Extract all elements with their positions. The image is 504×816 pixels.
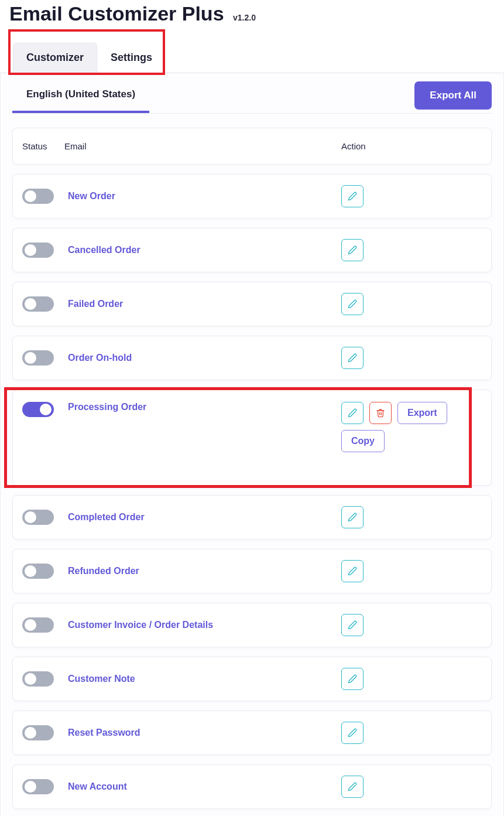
action-group	[341, 185, 482, 207]
status-toggle[interactable]	[22, 243, 54, 258]
action-group	[341, 293, 482, 315]
trash-icon	[376, 408, 385, 418]
email-name-link[interactable]: Completed Order	[64, 512, 145, 522]
edit-button[interactable]	[341, 185, 364, 207]
action-group	[341, 668, 482, 690]
edit-button[interactable]	[341, 506, 364, 528]
status-toggle[interactable]	[22, 725, 54, 740]
toggle-knob	[25, 619, 36, 631]
list-header: Status Email Action	[12, 128, 492, 165]
col-header-status: Status	[22, 141, 64, 151]
col-header-action: Action	[341, 141, 482, 151]
status-toggle[interactable]	[22, 510, 54, 525]
email-row: New Account	[12, 764, 492, 809]
edit-button[interactable]	[341, 668, 364, 690]
pencil-icon	[348, 513, 357, 522]
status-toggle[interactable]	[22, 189, 54, 204]
edit-button[interactable]	[341, 347, 364, 369]
email-row: Cancelled Order	[12, 228, 492, 272]
main-tabs: Customizer Settings	[0, 38, 504, 73]
tab-settings[interactable]: Settings	[97, 43, 166, 73]
email-row: Failed Order	[12, 282, 492, 326]
email-name-link[interactable]: Reset Password	[64, 728, 140, 738]
pencil-icon	[348, 192, 357, 201]
language-row: English (United States) Export All	[12, 73, 492, 113]
email-name-link[interactable]: Refunded Order	[64, 566, 139, 576]
status-toggle[interactable]	[22, 779, 54, 794]
language-tab[interactable]: English (United States)	[12, 78, 149, 113]
version-text: v1.2.0	[233, 13, 256, 22]
action-group	[341, 239, 482, 261]
toggle-knob	[25, 244, 36, 256]
edit-button[interactable]	[341, 402, 364, 424]
pencil-icon	[348, 782, 357, 791]
email-row: Reset Password	[12, 711, 492, 755]
page-title: Email Customizer Plus v1.2.0	[0, 0, 504, 30]
edit-button[interactable]	[341, 560, 364, 582]
email-row: Order On-hold	[12, 336, 492, 380]
email-name-link[interactable]: New Order	[64, 191, 115, 201]
content-panel: English (United States) Export All Statu…	[0, 73, 504, 816]
email-list: Status Email Action New OrderCancelled O…	[12, 128, 492, 816]
email-row: Customer Invoice / Order Details	[12, 603, 492, 647]
row-copy-button[interactable]: Copy	[341, 430, 385, 452]
email-name-link[interactable]: Processing Order	[64, 402, 146, 412]
email-name-link[interactable]: Cancelled Order	[64, 245, 140, 255]
email-name-link[interactable]: Failed Order	[64, 299, 123, 309]
divider	[12, 113, 492, 114]
toggle-knob	[25, 781, 36, 793]
email-row: New Order	[12, 174, 492, 218]
pencil-icon	[348, 620, 357, 630]
pencil-icon	[348, 245, 357, 255]
toggle-knob	[25, 298, 36, 310]
status-toggle[interactable]	[22, 350, 54, 366]
edit-button[interactable]	[341, 614, 364, 636]
edit-button[interactable]	[341, 293, 364, 315]
status-toggle[interactable]	[22, 617, 54, 633]
email-name-link[interactable]: Order On-hold	[64, 353, 132, 363]
edit-button[interactable]	[341, 776, 364, 798]
edit-button[interactable]	[341, 239, 364, 261]
pencil-icon	[348, 299, 357, 309]
action-group	[341, 722, 482, 744]
col-header-email: Email	[64, 141, 341, 151]
toggle-knob	[25, 727, 36, 739]
email-row: Customer Note	[12, 657, 492, 701]
action-group: ExportCopy	[341, 402, 482, 452]
export-all-button[interactable]: Export All	[414, 81, 492, 110]
action-group	[341, 506, 482, 528]
pencil-icon	[348, 674, 357, 684]
status-toggle[interactable]	[22, 296, 54, 312]
status-toggle[interactable]	[22, 564, 54, 579]
action-group	[341, 347, 482, 369]
toggle-knob	[25, 511, 36, 523]
status-toggle[interactable]	[22, 402, 54, 417]
pencil-icon	[348, 728, 357, 738]
pencil-icon	[348, 566, 357, 576]
title-text: Email Customizer Plus	[9, 2, 224, 25]
edit-button[interactable]	[341, 722, 364, 744]
toggle-knob	[25, 352, 36, 364]
delete-button[interactable]	[369, 402, 392, 424]
status-toggle[interactable]	[22, 671, 54, 687]
row-export-button[interactable]: Export	[397, 402, 447, 424]
email-name-link[interactable]: Customer Note	[64, 674, 135, 684]
email-row: Completed Order	[12, 495, 492, 540]
tab-customizer[interactable]: Customizer	[13, 43, 97, 73]
email-row: Refunded Order	[12, 549, 492, 593]
action-group	[341, 776, 482, 798]
toggle-knob	[25, 565, 36, 577]
action-group	[341, 614, 482, 636]
email-name-link[interactable]: New Account	[64, 781, 127, 791]
email-row: Processing OrderExportCopy	[12, 390, 492, 486]
action-group	[341, 560, 482, 582]
toggle-knob	[25, 673, 36, 685]
toggle-knob	[25, 190, 36, 202]
toggle-knob	[40, 404, 52, 415]
pencil-icon	[348, 408, 357, 418]
pencil-icon	[348, 353, 357, 363]
email-name-link[interactable]: Customer Invoice / Order Details	[64, 620, 213, 630]
